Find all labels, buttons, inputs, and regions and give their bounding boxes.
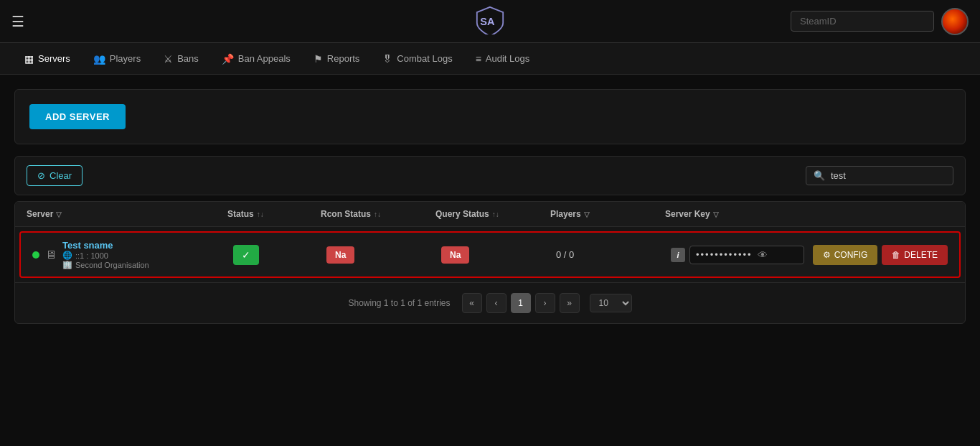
server-org: 🏢 Second Organisation [62,260,149,269]
sidebar-item-servers[interactable]: ▦ Servers [14,47,80,70]
org-icon: 🏢 [62,260,72,269]
audit-logs-label: Audit Logs [486,53,529,64]
players-icon: 👥 [93,53,105,65]
pagination: Showing 1 to 1 of 1 entries « ‹ 1 › » 10… [15,282,965,323]
col-rcon-status: Rcon Status ↑↓ [321,209,435,219]
avatar [941,8,969,35]
server-org-name: Second Organisation [75,261,149,269]
delete-label: DELETE [904,250,938,260]
per-page-select[interactable]: 10 25 50 100 [590,294,632,312]
ban-appeals-label: Ban Appeals [238,53,291,64]
sidebar-item-ban-appeals[interactable]: 📌 Ban Appeals [212,47,301,70]
sidebar-item-bans[interactable]: ⚔ Bans [154,47,209,70]
col-status: Status ↑↓ [227,209,321,219]
filter-section: ⊘ Clear 🔍 [14,156,966,195]
config-icon: ⚙ [823,250,831,260]
sidebar-item-audit-logs[interactable]: ≡ Audit Logs [466,47,540,70]
pagination-info: Showing 1 to 1 of 1 entries [348,298,450,308]
server-ip: ::1 : 1000 [75,251,108,260]
col-players: Players ▽ [550,209,665,219]
query-sort-icon[interactable]: ↑↓ [492,210,499,218]
audit-logs-icon: ≡ [476,53,481,65]
server-icon: 🖥 [45,248,57,261]
server-filter-icon[interactable]: ▽ [56,210,62,218]
sidebar-item-combat-logs[interactable]: 🎖 Combat Logs [372,47,462,70]
bans-label: Bans [177,53,199,64]
rcon-status-cell: Na [326,246,441,264]
add-server-button[interactable]: ADD SERVER [29,104,126,129]
servers-icon: ▦ [24,53,34,65]
prev-page-button[interactable]: ‹ [486,293,507,313]
ban-appeals-icon: 📌 [222,53,234,65]
query-status-badge: Na [441,246,469,264]
col-server: Server ▽ [27,209,227,219]
toggle-key-visibility-button[interactable]: 👁 [758,249,768,261]
last-page-button[interactable]: » [560,293,580,313]
players-filter-icon[interactable]: ▽ [584,210,590,218]
clear-button[interactable]: ⊘ Clear [27,165,83,186]
table-section: Server ▽ Status ↑↓ Rcon Status ↑↓ Query … [14,201,966,324]
sidebar-item-players[interactable]: 👥 Players [83,47,151,70]
server-info: Test sname 🌐 ::1 : 1000 🏢 Second Organis… [62,240,149,269]
clear-label: Clear [50,170,72,181]
server-key-input[interactable] [696,249,753,260]
delete-icon: 🗑 [892,250,900,260]
header-right [791,8,969,35]
server-cell: 🖥 Test sname 🌐 ::1 : 1000 🏢 Second Organ… [32,240,233,269]
logo: SA [473,6,507,37]
col-query-status: Query Status ↑↓ [435,209,550,219]
players-count: 0 / 0 [556,249,574,260]
status-badge: ✓ [233,245,259,265]
check-icon: ✓ [242,249,250,261]
filter-icon: ⊘ [37,170,45,181]
combat-logs-label: Combat Logs [397,53,452,64]
action-buttons: ⚙ CONFIG 🗑 DELETE [804,245,948,265]
status-cell: ✓ [233,245,326,265]
page-1-button[interactable]: 1 [511,293,531,313]
sidebar-item-reports[interactable]: ⚑ Reports [303,47,370,70]
config-label: CONFIG [834,250,868,260]
server-key-info-button[interactable]: i [671,248,685,262]
add-server-section: ADD SERVER [14,89,966,144]
steamid-input[interactable] [791,11,934,32]
search-icon: 🔍 [814,170,825,181]
hamburger-icon[interactable]: ☰ [11,13,24,30]
search-input[interactable] [831,170,946,181]
config-button[interactable]: ⚙ CONFIG [813,245,878,265]
players-cell: 0 / 0 [556,249,671,260]
servers-label: Servers [38,53,70,64]
main-content: ADD SERVER ⊘ Clear 🔍 Server ▽ Status ↑↓ … [0,75,980,338]
online-status-dot [32,251,39,259]
header: ☰ SA [0,0,980,43]
svg-text:SA: SA [480,16,495,27]
navbar: ▦ Servers 👥 Players ⚔ Bans 📌 Ban Appeals… [0,43,980,75]
table-header: Server ▽ Status ↑↓ Rcon Status ↑↓ Query … [15,202,965,227]
table-row: 🖥 Test sname 🌐 ::1 : 1000 🏢 Second Organ… [19,231,961,278]
server-key-input-wrap: 👁 [689,246,804,264]
server-name[interactable]: Test sname [62,240,149,251]
server-meta: 🌐 ::1 : 1000 [62,251,149,260]
combat-logs-icon: 🎖 [382,53,392,65]
first-page-button[interactable]: « [462,293,482,313]
server-key-cell: i 👁 [671,246,804,264]
server-key-filter-icon[interactable]: ▽ [713,210,719,218]
reports-icon: ⚑ [314,53,323,65]
delete-button[interactable]: 🗑 DELETE [882,245,948,265]
query-status-cell: Na [441,246,556,264]
rcon-sort-icon[interactable]: ↑↓ [374,210,381,218]
search-box: 🔍 [806,166,953,185]
players-label: Players [110,53,141,64]
col-server-key: Server Key ▽ [665,209,810,219]
network-icon: 🌐 [62,251,72,260]
bans-icon: ⚔ [164,53,173,65]
next-page-button[interactable]: › [535,293,555,313]
reports-label: Reports [327,53,360,64]
status-sort-icon[interactable]: ↑↓ [257,210,264,218]
rcon-status-badge: Na [326,246,354,264]
